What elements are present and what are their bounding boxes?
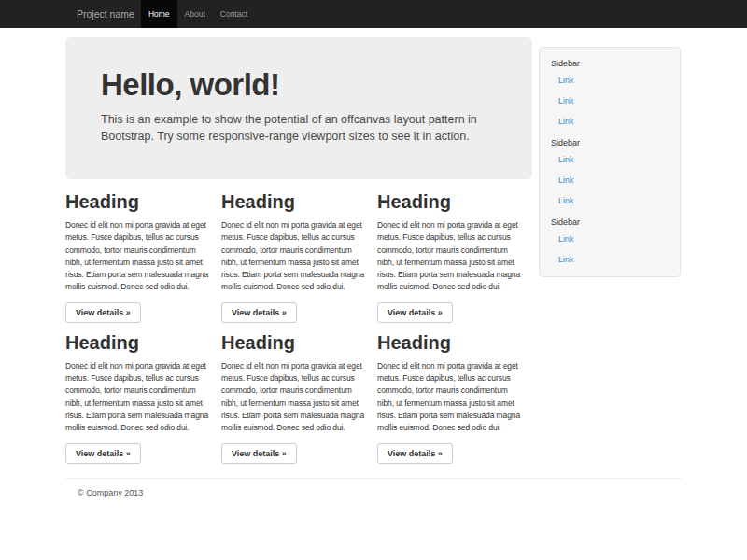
sidebar-link[interactable]: Link xyxy=(549,149,670,170)
card-body-text: Donec id elit non mi porta gravida at eg… xyxy=(65,219,213,294)
nav-item-about[interactable]: About xyxy=(177,0,213,28)
card-heading: Heading xyxy=(377,191,525,213)
brand-link[interactable]: Project name xyxy=(77,0,134,28)
sidebar: Sidebar Link Link Link Sidebar Link Link… xyxy=(539,47,681,277)
card-body-text: Donec id elit non mi porta gravida at eg… xyxy=(65,360,213,435)
page-container: Hello, world! This is an example to show… xyxy=(65,37,682,497)
footer-divider xyxy=(65,478,682,479)
main-content: Hello, world! This is an example to show… xyxy=(65,37,542,473)
view-details-button[interactable]: View details » xyxy=(65,302,141,323)
footer: © Company 2013 xyxy=(65,488,682,497)
card: Heading Donec id elit non mi porta gravi… xyxy=(221,332,369,464)
sidebar-link[interactable]: Link xyxy=(549,229,670,249)
jumbotron-description: This is an example to show the potential… xyxy=(101,111,497,145)
view-details-button[interactable]: View details » xyxy=(221,443,297,464)
sidebar-group-title: Sidebar xyxy=(551,59,670,68)
navbar-menu: Home About Contact xyxy=(141,0,255,28)
card: Heading Donec id elit non mi porta gravi… xyxy=(377,332,525,464)
card-body-text: Donec id elit non mi porta gravida at eg… xyxy=(377,219,525,294)
nav-item-home[interactable]: Home xyxy=(141,0,177,28)
card: Heading Donec id elit non mi porta gravi… xyxy=(65,191,213,323)
sidebar-link[interactable]: Link xyxy=(549,91,670,111)
sidebar-link[interactable]: Link xyxy=(549,70,670,91)
card-body-text: Donec id elit non mi porta gravida at eg… xyxy=(221,360,369,435)
card-heading: Heading xyxy=(65,332,213,354)
copyright-text: © Company 2013 xyxy=(78,488,682,497)
sidebar-group-title: Sidebar xyxy=(551,217,670,227)
page-title: Hello, world! xyxy=(101,67,497,103)
sidebar-link[interactable]: Link xyxy=(549,190,670,211)
card-heading: Heading xyxy=(221,191,369,213)
card-heading: Heading xyxy=(377,332,525,354)
card-grid: Heading Donec id elit non mi porta gravi… xyxy=(65,191,542,473)
card: Heading Donec id elit non mi porta gravi… xyxy=(377,191,525,323)
card: Heading Donec id elit non mi porta gravi… xyxy=(221,191,369,323)
sidebar-link[interactable]: Link xyxy=(549,111,670,132)
navbar: Project name Home About Contact xyxy=(0,0,747,28)
card-heading: Heading xyxy=(221,332,369,354)
sidebar-group-title: Sidebar xyxy=(551,138,670,147)
card-body-text: Donec id elit non mi porta gravida at eg… xyxy=(377,360,525,435)
view-details-button[interactable]: View details » xyxy=(221,302,297,323)
card-body-text: Donec id elit non mi porta gravida at eg… xyxy=(221,219,369,294)
card: Heading Donec id elit non mi porta gravi… xyxy=(65,332,213,464)
sidebar-link[interactable]: Link xyxy=(549,249,670,270)
view-details-button[interactable]: View details » xyxy=(377,302,453,323)
jumbotron: Hello, world! This is an example to show… xyxy=(65,37,532,179)
view-details-button[interactable]: View details » xyxy=(65,443,141,464)
view-details-button[interactable]: View details » xyxy=(377,443,453,464)
card-heading: Heading xyxy=(65,191,213,213)
nav-item-contact[interactable]: Contact xyxy=(213,0,255,28)
sidebar-link[interactable]: Link xyxy=(549,170,670,190)
